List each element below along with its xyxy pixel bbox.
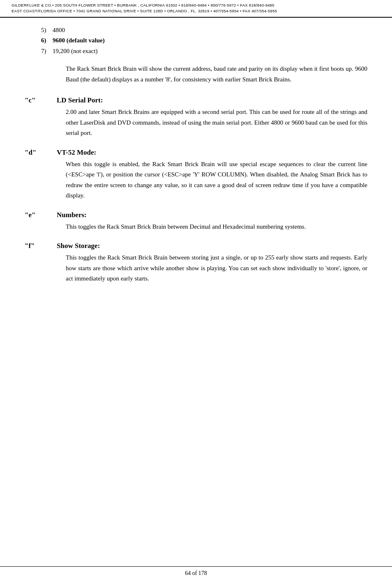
section-f: "f"Show Storage:This toggles the Rack Sm… xyxy=(25,242,367,284)
list-num: 6) xyxy=(41,35,49,46)
header-line-2: East Coast/Florida Office • 7041 Grand N… xyxy=(12,8,380,14)
main-content: 5)48006)9600 (default value)7)19,200 (no… xyxy=(0,18,392,311)
list-item: 6)9600 (default value) xyxy=(25,35,367,46)
page: Gilderfluke & Co.• 205 South Flower Stre… xyxy=(0,0,392,584)
header-line-1: Gilderfluke & Co.• 205 South Flower Stre… xyxy=(12,2,380,8)
list-text: 9600 (default value) xyxy=(53,35,105,46)
sections-container: "c"LD Serial Port:2.00 and later Smart B… xyxy=(25,96,367,284)
list-num: 5) xyxy=(41,25,49,36)
page-number: 64 of 178 xyxy=(185,570,207,576)
section-header-f: "f"Show Storage: xyxy=(25,242,367,250)
section-body-d: When this toggle is enabled, the Rack Sm… xyxy=(25,159,367,201)
section-label-e: "e" xyxy=(25,211,49,219)
section-header-e: "e"Numbers: xyxy=(25,211,367,219)
section-title-d: VT-52 Mode: xyxy=(57,148,96,157)
list-item: 5)4800 xyxy=(25,25,367,36)
section-label-f: "f" xyxy=(25,242,49,250)
section-title-f: Show Storage: xyxy=(57,242,100,250)
page-header: Gilderfluke & Co.• 205 South Flower Stre… xyxy=(0,0,392,18)
section-title-e: Numbers: xyxy=(57,211,87,219)
list-item: 7)19,200 (not exact) xyxy=(25,46,367,57)
section-body-f: This toggles the Rack Smart Brick Brain … xyxy=(25,253,367,284)
intro-paragraph: The Rack Smart Brick Brain will show the… xyxy=(25,64,367,85)
page-footer: 64 of 178 xyxy=(0,566,392,577)
list-num: 7) xyxy=(41,46,49,57)
section-label-d: "d" xyxy=(25,148,49,157)
section-header-d: "d"VT-52 Mode: xyxy=(25,148,367,157)
section-e: "e"Numbers:This toggles the Rack Smart B… xyxy=(25,211,367,232)
section-body-c: 2.00 and later Smart Brick Brains are eq… xyxy=(25,107,367,139)
section-c: "c"LD Serial Port:2.00 and later Smart B… xyxy=(25,96,367,139)
list-text: 4800 xyxy=(53,25,65,36)
baud-rate-list: 5)48006)9600 (default value)7)19,200 (no… xyxy=(25,25,367,57)
section-body-e: This toggles the Rack Smart Brick Brain … xyxy=(25,222,367,232)
section-d: "d"VT-52 Mode:When this toggle is enable… xyxy=(25,148,367,201)
list-text: 19,200 (not exact) xyxy=(53,46,98,57)
section-label-c: "c" xyxy=(25,96,49,104)
section-title-c: LD Serial Port: xyxy=(57,96,103,104)
section-header-c: "c"LD Serial Port: xyxy=(25,96,367,104)
